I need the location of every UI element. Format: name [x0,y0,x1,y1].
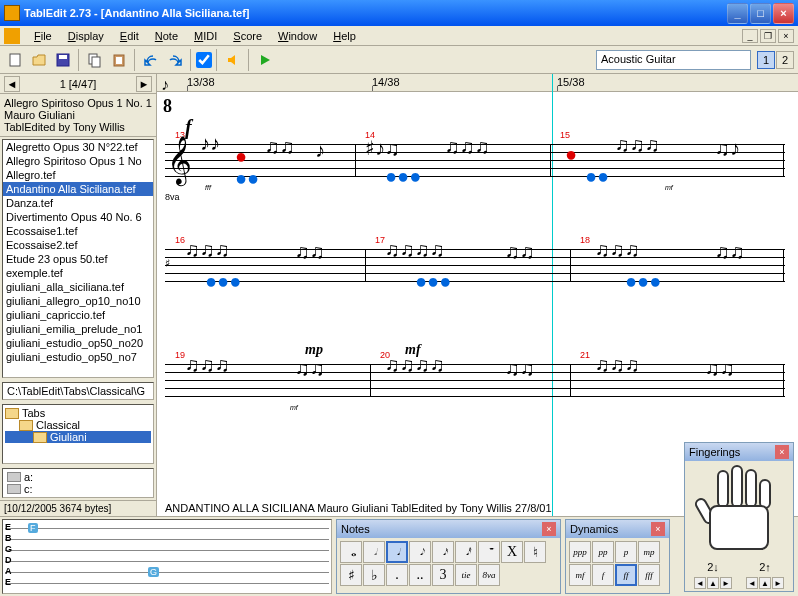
tab-note[interactable]: F [28,523,38,533]
arrow-left-1[interactable]: ◄ [694,577,706,589]
note-duration-button[interactable]: 3 [432,564,454,586]
tab-note[interactable]: G [148,567,159,577]
file-item[interactable]: Etude 23 opus 50.tef [3,252,153,266]
save-button[interactable] [52,49,74,71]
minimize-button[interactable]: _ [727,3,748,24]
toggle-checkbox[interactable] [196,52,212,68]
index-finger[interactable] [717,470,729,508]
module-2-button[interactable]: 2 [776,51,794,69]
menu-file[interactable]: File [26,28,60,44]
floppy-icon [7,472,21,482]
menu-display[interactable]: Display [60,28,112,44]
note-duration-button[interactable]: . [386,564,408,586]
undo-button[interactable] [140,49,162,71]
dynamic-button[interactable]: p [615,541,637,563]
redo-button[interactable] [164,49,186,71]
tree-item[interactable]: Giuliani [5,431,151,443]
hand-diagram[interactable] [689,465,789,555]
tree-item[interactable]: Classical [5,419,151,431]
paste-icon [111,52,127,68]
file-item[interactable]: Danza.tef [3,196,153,210]
note-duration-button[interactable]: 𝅘𝅥𝅰 [455,541,477,563]
dynamic-button[interactable]: mf [569,564,591,586]
menu-edit[interactable]: Edit [112,28,147,44]
middle-finger[interactable] [731,465,743,508]
mdi-close-button[interactable]: × [778,29,794,43]
play-button[interactable] [254,49,276,71]
close-button[interactable]: × [773,3,794,24]
file-item[interactable]: giuliani_estudio_op50_no20 [3,336,153,350]
note-duration-button[interactable]: ♭ [363,564,385,586]
note-duration-button[interactable]: 𝄻 [478,541,500,563]
note-duration-button[interactable]: 𝅗𝅥 [363,541,385,563]
open-button[interactable] [28,49,50,71]
note-duration-button[interactable]: 𝅘𝅥𝅯 [432,541,454,563]
paste-button[interactable] [108,49,130,71]
tuning-label: B [5,533,12,543]
menu-window[interactable]: Window [270,28,325,44]
drive-a[interactable]: a: [5,471,151,483]
copy-button[interactable] [84,49,106,71]
dynamic-button[interactable]: ff [615,564,637,586]
arrow-up-2[interactable]: ▲ [759,577,771,589]
note-duration-button[interactable]: ♯ [340,564,362,586]
note-duration-button[interactable]: ♮ [524,541,546,563]
prev-file-button[interactable]: ◄ [4,76,20,92]
tree-item[interactable]: Tabs [5,407,151,419]
note-duration-button[interactable]: 8va [478,564,500,586]
instrument-selector[interactable]: Acoustic Guitar [596,50,751,70]
folder-tree[interactable]: TabsClassicalGiuliani [2,404,154,464]
file-list[interactable]: Alegretto Opus 30 N°22.tefAllegro Spirit… [2,139,154,378]
dynamics-palette-close-button[interactable]: × [651,522,665,536]
file-item[interactable]: giuliani_emilia_prelude_no1 [3,322,153,336]
note-duration-button[interactable]: .. [409,564,431,586]
dynamic-button[interactable]: ppp [569,541,591,563]
file-item[interactable]: Allegro Spiritoso Opus 1 No [3,154,153,168]
fingering-label-2: 2↑ [759,561,771,573]
dynamic-button[interactable]: mp [638,541,660,563]
dynamic-button[interactable]: fff [638,564,660,586]
dynamic-button[interactable]: f [592,564,614,586]
note-duration-button[interactable]: tie [455,564,477,586]
menu-score[interactable]: Score [225,28,270,44]
menu-note[interactable]: Note [147,28,186,44]
fingerings-close-button[interactable]: × [775,445,789,459]
file-item[interactable]: Alegretto Opus 30 N°22.tef [3,140,153,154]
ruler[interactable]: ♪ 13/3814/3815/38 [157,74,798,92]
dynamic-button[interactable]: pp [592,541,614,563]
note-duration-button[interactable]: X [501,541,523,563]
arrow-right-1[interactable]: ► [720,577,732,589]
sound-button[interactable] [222,49,244,71]
file-item[interactable]: Ecossaise1.tef [3,224,153,238]
note-duration-button[interactable]: 𝅝 [340,541,362,563]
module-1-button[interactable]: 1 [757,51,775,69]
notes-palette-close-button[interactable]: × [542,522,556,536]
file-item[interactable]: giuliani_allegro_op10_no10 [3,294,153,308]
file-item[interactable]: giuliani_alla_siciliana.tef [3,280,153,294]
note-duration-button[interactable]: 𝅘𝅥 [386,541,408,563]
file-item[interactable]: Divertimento Opus 40 No. 6 [3,210,153,224]
file-item[interactable]: giuliani_capriccio.tef [3,308,153,322]
drive-c[interactable]: c: [5,483,151,495]
file-item[interactable]: exemple.tef [3,266,153,280]
file-item[interactable]: Ecossaise2.tef [3,238,153,252]
new-button[interactable] [4,49,26,71]
menu-midi[interactable]: MIDI [186,28,225,44]
file-item[interactable]: giuliani_estudio_op50_no7 [3,350,153,364]
tablature-display[interactable]: EBGDAEFG [2,519,332,594]
ring-finger[interactable] [745,469,757,508]
next-file-button[interactable]: ► [136,76,152,92]
mdi-minimize-button[interactable]: _ [742,29,758,43]
arrow-left-2[interactable]: ◄ [746,577,758,589]
maximize-button[interactable]: □ [750,3,771,24]
mdi-restore-button[interactable]: ❐ [760,29,776,43]
svg-rect-2 [59,55,67,59]
file-item[interactable]: Andantino Alla Siciliana.tef [3,182,153,196]
note-duration-button[interactable]: 𝅘𝅥𝅮 [409,541,431,563]
arrow-right-2[interactable]: ► [772,577,784,589]
menu-help[interactable]: Help [325,28,364,44]
staff-3: ♫♫♫ ♫♫ mf ♫♫♫♫ ♫♫ ♫♫♫ ♫♫ [165,364,785,396]
drive-list[interactable]: a: c: [2,468,154,498]
file-item[interactable]: Allegro.tef [3,168,153,182]
arrow-up-1[interactable]: ▲ [707,577,719,589]
